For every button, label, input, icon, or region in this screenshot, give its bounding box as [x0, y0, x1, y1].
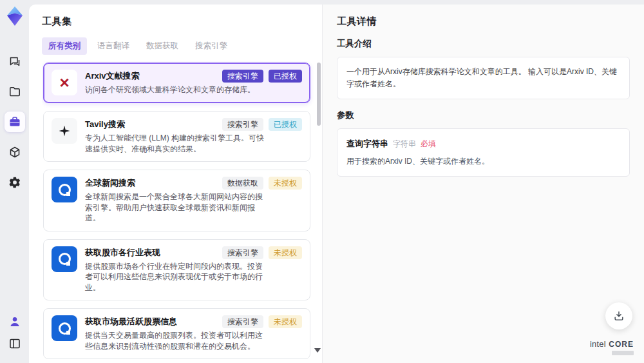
auth-status-badge: 已授权	[269, 118, 302, 131]
tool-detail-panel: 工具详情 工具介绍 一个用于从Arxiv存储库搜索科学论文和文章的工具。 输入可…	[322, 5, 644, 363]
tab-data-fetching[interactable]: 数据获取	[140, 37, 185, 55]
active-stocks-icon	[52, 315, 77, 341]
list-scrollbar-thumb[interactable]	[317, 63, 321, 126]
tool-description: 提供当天交易量最高的股票列表。投资者可以利用这些信息来识别流动性强的股票和潜在的…	[85, 330, 269, 351]
user-icon[interactable]	[5, 311, 25, 332]
chat-icon[interactable]	[5, 51, 25, 72]
intel-core-logo: intel CORE	[590, 338, 634, 355]
panel-layout-icon[interactable]	[5, 333, 25, 354]
tool-name: Tavily搜索	[85, 119, 233, 130]
param-type: 字符串	[393, 138, 416, 150]
tool-name: Arxiv文献搜索	[85, 70, 233, 82]
main-content: 工具集 所有类别 语言翻译 数据获取 搜索引擎 Arxiv文献搜索 访问各个研究…	[29, 5, 644, 363]
intro-heading: 工具介绍	[337, 38, 630, 50]
tool-list: Arxiv文献搜索 访问各个研究领域大量科学论文和文章的存储库。 搜索引擎 已授…	[42, 61, 322, 363]
arxiv-logo-icon	[52, 70, 77, 95]
params-heading: 参数	[337, 110, 630, 121]
sidebar	[0, 0, 29, 363]
category-badge: 数据获取	[222, 177, 263, 190]
tool-name: 获取股市各行业表现	[85, 247, 233, 259]
download-arrow-icon	[617, 312, 621, 317]
sparkle-icon	[52, 118, 77, 144]
category-badge: 搜索引擎	[222, 315, 263, 328]
tool-card-global-news[interactable]: 全球新闻搜索 全球新闻搜索是一个聚合全球各大新闻网站内容的搜索引擎。帮助用户快速…	[43, 170, 310, 231]
intro-text: 一个用于从Arxiv存储库搜索科学论文和文章的工具。 输入可以是Arxiv ID…	[346, 67, 617, 88]
intro-card: 一个用于从Arxiv存储库搜索科学论文和文章的工具。 输入可以是Arxiv ID…	[337, 57, 630, 99]
folder-icon[interactable]	[5, 81, 25, 102]
globe-news-icon	[52, 177, 77, 202]
tool-description: 专为人工智能代理 (LLM) 构建的搜索引擎工具。可快速提供实时、准确和真实的结…	[85, 133, 269, 154]
auth-status-badge: 未授权	[269, 177, 302, 190]
intel-wordmark: intel	[590, 339, 606, 349]
toolbox-icon[interactable]	[5, 112, 25, 132]
tool-description: 访问各个研究领域大量科学论文和文章的存储库。	[85, 84, 269, 95]
auth-status-badge: 已授权	[269, 70, 302, 83]
stock-sector-icon	[52, 246, 77, 272]
detail-title: 工具详情	[337, 15, 630, 28]
tab-search-engine[interactable]: 搜索引擎	[189, 37, 234, 55]
toolset-title: 工具集	[42, 15, 322, 28]
auth-status-badge: 未授权	[269, 315, 302, 328]
tool-card-active-stocks[interactable]: 获取市场最活跃股票信息 提供当天交易量最高的股票列表。投资者可以利用这些信息来识…	[43, 308, 310, 359]
auth-status-badge: 未授权	[269, 246, 302, 259]
category-tabs: 所有类别 语言翻译 数据获取 搜索引擎	[42, 37, 322, 55]
tool-name: 获取市场最活跃股票信息	[85, 316, 233, 328]
tool-description: 全球新闻搜索是一个聚合全球各大新闻网站内容的搜索引擎。帮助用户快速获取全球最新资…	[85, 191, 269, 224]
settings-gear-icon[interactable]	[5, 172, 25, 193]
core-wordmark: CORE	[609, 340, 634, 349]
param-required-badge: 必填	[421, 138, 436, 150]
intel-sub-badge	[612, 351, 634, 355]
cube-icon[interactable]	[5, 142, 25, 162]
app-logo-icon	[5, 6, 24, 26]
param-card: 查询字符串 字符串 必填 用于搜索的Arxiv ID、关键字或作者姓名。	[337, 128, 630, 177]
param-name: 查询字符串	[346, 137, 388, 151]
tool-name: 全球新闻搜索	[85, 177, 233, 189]
tab-all-categories[interactable]: 所有类别	[42, 37, 87, 55]
app-window: 工具集 所有类别 语言翻译 数据获取 搜索引擎 Arxiv文献搜索 访问各个研究…	[0, 0, 644, 363]
tool-card-tavily[interactable]: Tavily搜索 专为人工智能代理 (LLM) 构建的搜索引擎工具。可快速提供实…	[43, 111, 310, 162]
tool-card-arxiv[interactable]: Arxiv文献搜索 访问各个研究领域大量科学论文和文章的存储库。 搜索引擎 已授…	[43, 63, 310, 103]
param-description: 用于搜索的Arxiv ID、关键字或作者姓名。	[346, 155, 620, 168]
category-badge: 搜索引擎	[222, 118, 263, 131]
tool-card-sector-performance[interactable]: 获取股市各行业表现 提供股票市场各个行业在特定时间段内的表现。投资者可以利用这些…	[43, 239, 310, 301]
tool-description: 提供股票市场各个行业在特定时间段内的表现。投资者可以利用这些信息来识别表现优于或…	[85, 261, 269, 293]
scroll-down-arrow-icon[interactable]	[314, 348, 321, 353]
download-button[interactable]	[605, 302, 632, 329]
tab-language-translation[interactable]: 语言翻译	[91, 37, 136, 55]
toolset-panel: 工具集 所有类别 语言翻译 数据获取 搜索引擎 Arxiv文献搜索 访问各个研究…	[29, 5, 322, 363]
category-badge: 搜索引擎	[222, 246, 263, 259]
category-badge: 搜索引擎	[222, 70, 263, 83]
